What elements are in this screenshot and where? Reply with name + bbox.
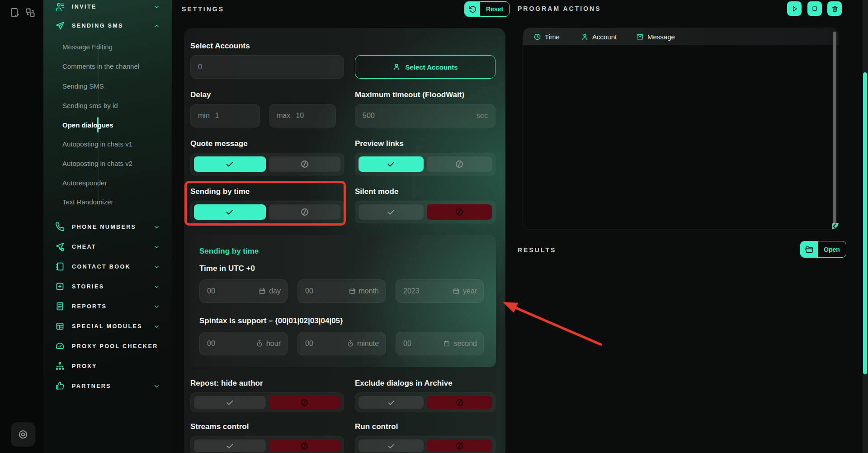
hour-value: 00: [207, 340, 215, 348]
quote-message-toggle: [190, 153, 344, 175]
selected-accounts-value: 0: [198, 63, 202, 71]
plus-square-icon: [55, 282, 65, 292]
sidebar-item-contact-book[interactable]: CONTACT BOOK: [43, 260, 172, 274]
sidebar-subitem-autoposting-v1[interactable]: Autoposting in chats v1: [43, 137, 172, 151]
toggle-yes-button[interactable]: [194, 204, 266, 220]
sidebar-item-proxy[interactable]: PROXY: [43, 359, 172, 373]
toggle-no-button[interactable]: [269, 156, 341, 172]
slash-circle-icon: [455, 398, 464, 407]
stop-button[interactable]: [807, 1, 822, 16]
chevron-up-icon[interactable]: [153, 23, 160, 29]
settings-gear-button[interactable]: [11, 422, 35, 447]
hour-unit: hour: [266, 340, 281, 348]
chevron-down-icon[interactable]: [153, 383, 160, 390]
toggle-no-button[interactable]: [427, 396, 492, 409]
toggle-yes-button[interactable]: [359, 156, 424, 172]
delay-min-value: 1: [215, 112, 219, 120]
table-scrollbar-thumb[interactable]: [833, 32, 836, 223]
page-scrollbar-thumb[interactable]: [863, 72, 867, 374]
sidebar-item-special-modules[interactable]: SPECIAL MODULES: [43, 320, 172, 333]
select-accounts-label: Select Accounts: [190, 42, 344, 51]
sidebar-item-proxy-pool-checker[interactable]: PROXY POOL CHECKER: [43, 340, 172, 353]
check-icon: [225, 441, 235, 451]
minute-input[interactable]: 00 minute: [297, 332, 386, 355]
selected-accounts-input[interactable]: 0: [190, 55, 344, 79]
play-button[interactable]: [787, 1, 802, 16]
year-input[interactable]: 2023 year: [396, 279, 484, 303]
timeout-input[interactable]: 500sec: [355, 104, 495, 127]
toggle-no-button[interactable]: [427, 439, 492, 452]
clipboard-check-icon[interactable]: [9, 7, 20, 18]
sidebar: INVITE SENDING SMS Message Editing Comme…: [43, 0, 172, 453]
hour-input[interactable]: 00 hour: [199, 332, 288, 355]
toggle-no-button[interactable]: [269, 204, 341, 220]
toggle-yes-button[interactable]: [359, 396, 424, 409]
exclude-archive-toggle: [355, 392, 495, 412]
sidebar-item-stories[interactable]: STORIES: [43, 280, 172, 293]
table-resize-handle[interactable]: [832, 223, 839, 229]
swap-windows-icon[interactable]: [25, 7, 36, 18]
silent-mode-label: Silent mode: [355, 187, 495, 196]
sidebar-item-sending-sms[interactable]: SENDING SMS: [43, 19, 172, 33]
day-input[interactable]: 00 day: [199, 279, 288, 303]
delay-max-input[interactable]: max10: [269, 104, 336, 127]
delay-min-input[interactable]: min1: [190, 104, 260, 127]
sidebar-subitem-text-randomizer[interactable]: Text Randomizer: [43, 195, 172, 208]
open-results-button[interactable]: Open: [800, 241, 846, 258]
person-icon: [392, 63, 401, 71]
delay-max-prefix: max: [277, 112, 290, 120]
check-icon: [387, 398, 396, 407]
sidebar-subitem-sending-sms[interactable]: Sending SMS: [43, 79, 172, 93]
chevron-down-icon[interactable]: [153, 303, 160, 310]
settings-panel: Select Accounts 0 Select Accounts Delay …: [184, 28, 505, 453]
sidebar-subitem-autoposting-v2[interactable]: Autoposting in chats v2: [43, 156, 172, 170]
stop-icon: [811, 5, 818, 12]
toggle-yes-button[interactable]: [194, 396, 266, 409]
column-header-account[interactable]: Account: [581, 28, 617, 45]
second-input[interactable]: 00 second: [396, 332, 484, 355]
chevron-down-icon[interactable]: [153, 244, 160, 250]
day-unit: day: [269, 287, 281, 295]
sidebar-subitem-sending-sms-by-id[interactable]: Sending sms by id: [43, 99, 172, 112]
sidebar-subitem-autoresponder[interactable]: Autoresponder: [43, 176, 172, 189]
delete-button[interactable]: [827, 1, 842, 16]
chevron-down-icon[interactable]: [153, 4, 160, 10]
toggle-yes-button[interactable]: [194, 439, 266, 452]
column-header-time[interactable]: Time: [533, 28, 560, 45]
chevron-down-icon[interactable]: [153, 264, 160, 270]
toggle-no-button[interactable]: [269, 396, 341, 409]
select-accounts-button[interactable]: Select Accounts: [355, 55, 495, 79]
toggle-yes-button[interactable]: [359, 204, 424, 220]
sidebar-item-cheat[interactable]: CHEAT: [43, 240, 172, 254]
toggle-no-button[interactable]: [269, 439, 341, 452]
timeout-label: Maximum timeout (FloodWait): [355, 90, 495, 99]
sidebar-subitem-comments-in-channel[interactable]: Comments in the channel: [43, 59, 172, 73]
timeout-unit: sec: [476, 112, 488, 120]
chevron-down-icon[interactable]: [153, 224, 160, 231]
toggle-no-button[interactable]: [427, 204, 492, 220]
chevron-down-icon[interactable]: [153, 283, 160, 290]
month-input[interactable]: 00 month: [297, 279, 386, 303]
reset-button[interactable]: Reset: [464, 1, 509, 17]
sidebar-item-partners[interactable]: PARTNERS: [43, 379, 172, 393]
sidebar-item-label: PROXY POOL CHECKER: [72, 343, 158, 349]
notebook-icon: [55, 262, 65, 272]
sidebar-subitem-open-dialogues[interactable]: Open dialogues: [43, 118, 172, 132]
month-value: 00: [305, 287, 313, 295]
reset-label: Reset: [480, 2, 509, 16]
sidebar-item-label: PHONE NUMBERS: [72, 224, 136, 230]
sidebar-item-reports[interactable]: REPORTS: [43, 300, 172, 313]
sidebar-item-label: SENDING SMS: [72, 23, 123, 29]
subitem-label: Autoresponder: [62, 179, 107, 187]
sending-by-time-panel-title: Sending by time: [199, 247, 487, 256]
sidebar-subitem-message-editing[interactable]: Message Editing: [43, 40, 172, 53]
chevron-down-icon[interactable]: [153, 323, 160, 330]
toggle-yes-button[interactable]: [359, 439, 424, 452]
second-unit: second: [453, 340, 477, 348]
sidebar-item-phone-numbers[interactable]: PHONE NUMBERS: [43, 220, 172, 234]
toggle-no-button[interactable]: [427, 156, 492, 172]
sidebar-item-invite[interactable]: INVITE: [43, 0, 172, 14]
network-icon: [55, 361, 65, 371]
column-header-message[interactable]: Message: [636, 28, 675, 45]
toggle-yes-button[interactable]: [194, 156, 266, 172]
